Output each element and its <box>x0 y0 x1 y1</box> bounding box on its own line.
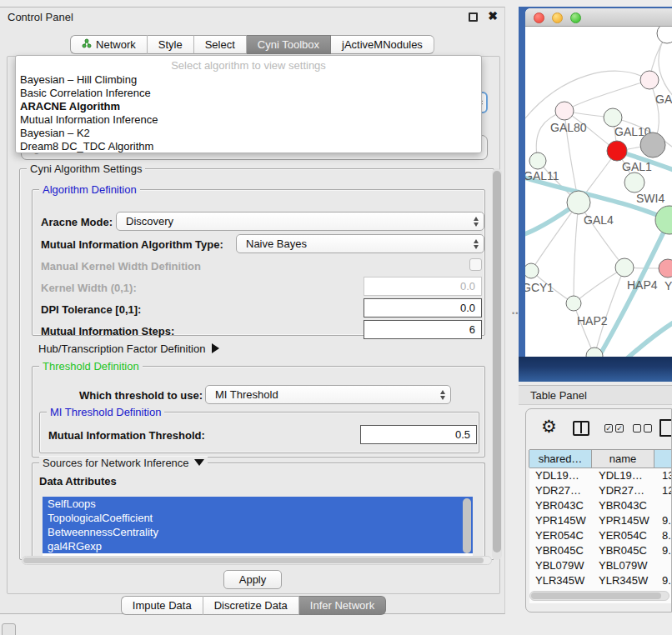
network-node-GAL1[interactable] <box>607 141 627 161</box>
network-window-titlebar[interactable] <box>525 8 672 27</box>
table-cell: YLR345W <box>529 573 593 588</box>
settings-vertical-scrollbar[interactable] <box>492 168 502 560</box>
manual-kernel-checkbox[interactable] <box>469 258 482 271</box>
column-header-name[interactable]: name <box>591 450 654 468</box>
tab-discretize-data[interactable]: Discretize Data <box>203 596 299 615</box>
table-row[interactable]: YDL19…YDL19…13 <box>529 468 672 483</box>
network-node-SWI4[interactable] <box>624 172 644 192</box>
panel-divider-handle[interactable]: •• <box>512 309 519 318</box>
table-toolbar: ⚙ ✓✓ <box>526 414 672 446</box>
kernel-width-label: Kernel Width (0,1): <box>41 282 137 294</box>
table-cell: 9. <box>656 573 672 588</box>
table-cell: YPR145W <box>529 513 593 528</box>
table-row[interactable]: YBR043CYBR043C <box>529 498 672 513</box>
algorithm-option[interactable]: ARACNE Algorithm <box>16 100 481 113</box>
tab-infer-network[interactable]: Infer Network <box>299 596 386 615</box>
network-node-GCY1[interactable] <box>525 263 539 278</box>
attributes-scrollbar[interactable] <box>463 498 471 553</box>
close-icon[interactable]: ✖ <box>488 9 498 22</box>
network-edge[interactable] <box>525 71 649 127</box>
algorithm-popup: Select algorithm to view settings Bayesi… <box>15 55 482 153</box>
data-attributes-list[interactable]: SelfLoopsTopologicalCoefficientBetweenne… <box>43 497 473 558</box>
table-panel-title: Table Panel <box>530 389 587 402</box>
network-edge[interactable] <box>531 202 579 271</box>
gear-icon[interactable]: ⚙ <box>541 417 557 437</box>
attribute-item[interactable]: TopologicalCoefficient <box>43 511 473 525</box>
node-table[interactable]: shared…nameA YDL19…YDL19…13YDR27…YDR27…1… <box>529 449 672 603</box>
column-layout-icon[interactable] <box>573 421 589 436</box>
network-node-HAP4[interactable] <box>615 258 634 277</box>
file-export-icon[interactable] <box>659 419 672 437</box>
node-label-GAL1: GAL1 <box>622 160 652 173</box>
network-node-GAL80[interactable] <box>555 102 574 120</box>
algorithm-option[interactable]: Bayesian – K2 <box>16 127 481 140</box>
tab-label: Select <box>205 36 235 54</box>
column-header-A[interactable]: A <box>654 450 672 468</box>
close-traffic-icon[interactable] <box>534 12 544 23</box>
table-row[interactable]: YBL079WYBL079W <box>529 558 672 573</box>
table-cell: YBR043C <box>593 498 656 513</box>
network-edge[interactable] <box>625 318 672 357</box>
mi-threshold-field[interactable] <box>360 425 477 444</box>
table-row[interactable]: YER054CYER054C8. <box>529 528 672 543</box>
kernel-width-field[interactable] <box>364 277 482 296</box>
tab-jactivemnodules[interactable]: jActiveMNodules <box>331 35 434 54</box>
table-row[interactable]: YBR045CYBR045C9. <box>529 543 672 558</box>
mi-steps-field[interactable] <box>364 320 482 339</box>
tab-network[interactable]: Network <box>70 35 148 54</box>
network-canvas[interactable]: GALGAL80GAL10GAL1GAL11SWI4GAL4GCY1HAP4YH… <box>525 27 672 357</box>
mi-type-combo[interactable]: Naive Bayes <box>236 234 484 253</box>
attribute-item[interactable]: BetweennessCentrality <box>43 525 473 539</box>
hub-definition-toggle[interactable]: Hub/Transcription Factor Definition <box>38 342 219 355</box>
algorithm-option[interactable]: Mutual Information Inference <box>16 113 481 127</box>
threshold-definition-title: Threshold Definition <box>39 360 143 372</box>
which-threshold-combo[interactable]: MI Threshold <box>205 385 451 404</box>
table-cell: YLR345W <box>593 573 656 588</box>
mi-threshold-group: MI Threshold Definition Mutual Informati… <box>39 412 479 453</box>
sources-group-title[interactable]: Sources for Network Inference <box>39 457 208 469</box>
node-label-GCY1: GCY1 <box>525 281 554 294</box>
table-row[interactable]: YPR145WYPR145W9. <box>529 513 672 528</box>
aracne-mode-combo[interactable]: Discovery <box>116 212 484 231</box>
network-node-GAL10[interactable] <box>604 108 622 127</box>
zoom-traffic-icon[interactable] <box>570 12 581 23</box>
table-row[interactable]: YDR27…YDR27…12 <box>529 483 672 498</box>
cyni-bottom-tabs: Impute DataDiscretize DataInfer Network <box>7 596 500 616</box>
attribute-item[interactable]: gal4RGexp <box>43 539 473 553</box>
bottom-left-widget-icon[interactable] <box>2 623 16 635</box>
show-checked-columns-icon[interactable]: ✓✓ <box>604 424 624 432</box>
column-header-shared…[interactable]: shared… <box>529 450 592 468</box>
network-node-node-top-right[interactable] <box>657 27 672 43</box>
algorithm-option[interactable]: Dream8 DC_TDC Algorithm <box>16 140 481 153</box>
tab-style[interactable]: Style <box>148 35 194 54</box>
table-cell: 13 <box>656 468 672 483</box>
network-edge[interactable] <box>574 202 579 303</box>
network-node-GAL11[interactable] <box>529 152 546 169</box>
minimize-traffic-icon[interactable] <box>552 12 563 23</box>
network-node-GAL-partial[interactable] <box>640 71 659 89</box>
hide-columns-icon[interactable] <box>633 424 652 432</box>
tab-select[interactable]: Select <box>194 35 247 54</box>
dpi-tolerance-field[interactable] <box>364 298 482 318</box>
attribute-item[interactable]: SelfLoops <box>43 497 473 511</box>
table-row[interactable]: YLR345WYLR345W9. <box>529 573 672 588</box>
network-node-node-bottom[interactable] <box>586 348 603 357</box>
network-node-gray-node[interactable] <box>640 132 665 158</box>
network-node-GAL4[interactable] <box>567 191 590 214</box>
network-node-Y-partial[interactable] <box>659 259 672 278</box>
algorithm-option[interactable]: Basic Correlation Inference <box>16 87 481 100</box>
algorithm-option[interactable]: Bayesian – Hill Climbing <box>16 73 481 87</box>
which-threshold-value: MI Threshold <box>215 388 278 401</box>
table-horizontal-scrollbar[interactable] <box>529 591 669 601</box>
network-edge[interactable] <box>564 80 649 111</box>
tab-cyni-toolbox[interactable]: Cyni Toolbox <box>247 35 331 54</box>
network-node-green-right[interactable] <box>655 206 672 234</box>
node-label-Y-partial: Y <box>664 279 672 292</box>
settings-horizontal-scrollbar[interactable] <box>22 556 492 565</box>
table-cell: YER054C <box>529 528 593 543</box>
tab-impute-data[interactable]: Impute Data <box>121 596 203 615</box>
network-window: GALGAL80GAL10GAL1GAL11SWI4GAL4GCY1HAP4YH… <box>525 8 672 357</box>
network-node-HAP2[interactable] <box>566 296 581 311</box>
apply-button[interactable]: Apply <box>223 570 282 589</box>
float-window-icon[interactable] <box>469 12 478 22</box>
